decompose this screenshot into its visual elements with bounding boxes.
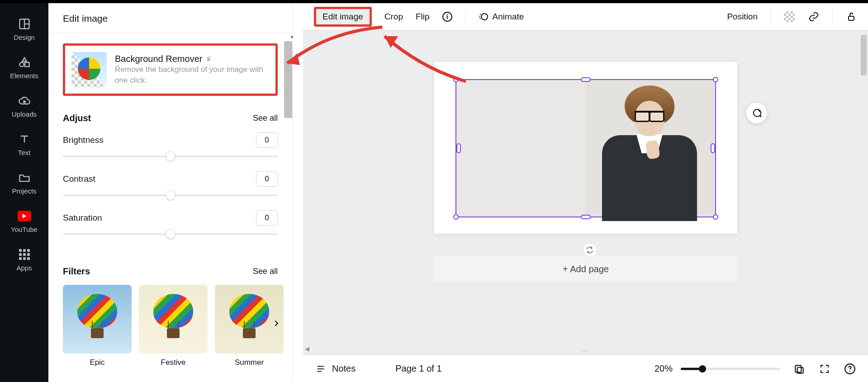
adjust-see-all[interactable]: See all bbox=[253, 113, 278, 123]
transparency-icon bbox=[784, 11, 795, 22]
brightness-label: Brightness bbox=[63, 135, 104, 145]
notes-icon bbox=[315, 364, 327, 374]
filter-label: Epic bbox=[90, 358, 104, 367]
brightness-value[interactable]: 0 bbox=[256, 132, 278, 148]
layout-icon bbox=[18, 17, 31, 31]
contrast-label: Contrast bbox=[63, 174, 95, 184]
background-remover-card[interactable]: Background Remover♛ Remove the backgroun… bbox=[63, 43, 278, 96]
info-button[interactable]: i bbox=[442, 12, 452, 22]
fullscreen-button[interactable] bbox=[818, 363, 831, 375]
background-remover-title: Background Remover♛ bbox=[115, 54, 269, 64]
filter-epic[interactable]: Epic bbox=[63, 285, 132, 367]
nav-label: Elements bbox=[10, 72, 38, 80]
nav-label: Projects bbox=[12, 187, 36, 195]
nav-label: Uploads bbox=[12, 110, 37, 118]
resize-handle[interactable] bbox=[713, 214, 718, 220]
notes-label: Notes bbox=[332, 363, 356, 374]
zoom-value[interactable]: 20% bbox=[655, 363, 673, 374]
filters-heading: Filters bbox=[63, 266, 90, 277]
nav-label: YouTube bbox=[11, 226, 38, 233]
svg-point-28 bbox=[849, 371, 850, 372]
resize-handle[interactable] bbox=[581, 215, 591, 219]
canvas-scrollbar[interactable] bbox=[861, 35, 867, 75]
animate-button[interactable]: Animate bbox=[478, 11, 524, 22]
panel-title: Edit image bbox=[48, 3, 292, 33]
zoom-slider[interactable] bbox=[681, 364, 780, 373]
saturation-label: Saturation bbox=[63, 213, 102, 223]
page-indicator[interactable]: Page 1 of 1 bbox=[395, 363, 441, 374]
nav-elements[interactable]: Elements bbox=[0, 48, 48, 87]
saturation-value[interactable]: 0 bbox=[256, 210, 278, 226]
bottom-bar: Notes Page 1 of 1 20% bbox=[303, 355, 868, 382]
filters-next-icon[interactable]: › bbox=[274, 315, 279, 330]
lock-open-icon bbox=[846, 11, 857, 22]
transparency-button[interactable] bbox=[783, 11, 795, 23]
nav-label: Design bbox=[14, 33, 35, 41]
annotation-arrow bbox=[371, 27, 470, 86]
adjust-heading: Adjust bbox=[63, 113, 91, 123]
help-icon bbox=[844, 363, 856, 375]
scroll-left-icon[interactable]: ◀ bbox=[305, 345, 309, 352]
toolbar-separator bbox=[465, 10, 465, 24]
animate-icon bbox=[478, 11, 489, 22]
filter-summer[interactable]: Summer bbox=[215, 285, 284, 367]
resize-handle[interactable] bbox=[713, 77, 718, 82]
sync-button[interactable] bbox=[583, 243, 597, 257]
svg-rect-6 bbox=[849, 16, 854, 20]
nav-design[interactable]: Design bbox=[0, 10, 48, 48]
link-icon bbox=[808, 11, 819, 22]
text-icon bbox=[18, 132, 31, 146]
crown-icon: ♛ bbox=[206, 55, 212, 62]
grid-view-button[interactable] bbox=[793, 363, 806, 375]
comment-button[interactable] bbox=[746, 103, 767, 123]
resize-handle[interactable] bbox=[711, 143, 715, 153]
nav-rail: Design Elements Uploads Text Projects Yo… bbox=[0, 3, 48, 382]
folder-icon bbox=[18, 171, 31, 184]
help-button[interactable] bbox=[844, 363, 856, 375]
brightness-slider[interactable] bbox=[63, 151, 278, 162]
filters-see-all[interactable]: See all bbox=[253, 267, 278, 276]
cloud-upload-icon bbox=[18, 94, 31, 108]
add-page-button[interactable]: + Add page bbox=[434, 256, 737, 282]
nav-uploads[interactable]: Uploads bbox=[0, 87, 48, 125]
nav-label: Apps bbox=[16, 264, 32, 272]
svg-rect-4 bbox=[25, 62, 29, 66]
image-content bbox=[456, 80, 715, 217]
toolbar-separator bbox=[832, 10, 833, 24]
show-pages-icon[interactable]: ︿ bbox=[583, 346, 588, 354]
link-button[interactable] bbox=[808, 11, 820, 23]
animate-label: Animate bbox=[493, 12, 524, 22]
contrast-slider[interactable] bbox=[63, 189, 278, 201]
position-button[interactable]: Position bbox=[727, 12, 758, 22]
filter-label: Summer bbox=[235, 358, 264, 367]
contrast-value[interactable]: 0 bbox=[256, 171, 278, 187]
apps-grid-icon bbox=[18, 248, 31, 261]
svg-point-5 bbox=[481, 14, 488, 20]
svg-rect-25 bbox=[795, 365, 801, 372]
person-illustration bbox=[593, 81, 697, 217]
resize-handle[interactable] bbox=[453, 214, 459, 220]
info-icon: i bbox=[442, 12, 452, 22]
filter-label: Festive bbox=[161, 358, 186, 367]
resize-handle[interactable] bbox=[456, 143, 461, 153]
flip-button[interactable]: Flip bbox=[416, 12, 430, 22]
page-1[interactable] bbox=[434, 62, 737, 234]
lock-button[interactable] bbox=[845, 11, 857, 23]
filter-festive[interactable]: Festive bbox=[139, 285, 208, 367]
selected-image[interactable] bbox=[455, 79, 716, 217]
nav-youtube[interactable]: YouTube bbox=[0, 202, 48, 241]
resize-handle[interactable] bbox=[581, 77, 591, 82]
nav-text[interactable]: Text bbox=[0, 125, 48, 164]
toolbar-separator bbox=[770, 10, 771, 24]
zoom-control: 20% bbox=[655, 363, 780, 374]
sync-icon bbox=[586, 246, 594, 254]
nav-projects[interactable]: Projects bbox=[0, 164, 48, 202]
annotation-arrow bbox=[274, 18, 387, 90]
crop-button[interactable]: Crop bbox=[384, 12, 403, 22]
grid-icon bbox=[793, 363, 805, 375]
notes-button[interactable]: Notes bbox=[315, 363, 356, 374]
comment-icon bbox=[751, 108, 762, 118]
saturation-slider[interactable] bbox=[63, 228, 278, 240]
shapes-icon bbox=[18, 56, 31, 69]
nav-apps[interactable]: Apps bbox=[0, 241, 48, 279]
